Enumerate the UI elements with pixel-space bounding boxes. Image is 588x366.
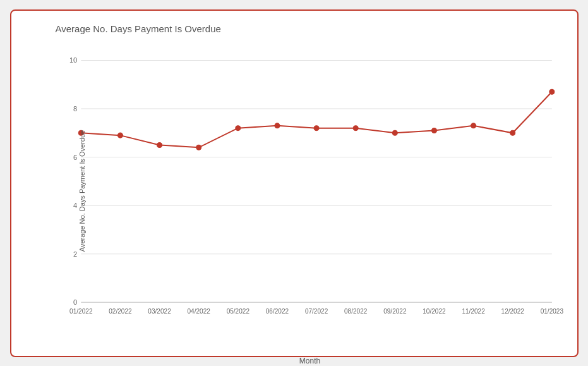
x-axis-label: Month (299, 357, 320, 365)
chart-container: Average No. Days Payment Is Overdue Aver… (10, 9, 579, 357)
svg-point-32 (314, 125, 319, 130)
svg-point-33 (353, 125, 358, 130)
svg-text:03/2022: 03/2022 (148, 308, 171, 315)
svg-point-30 (235, 125, 240, 130)
svg-point-29 (196, 145, 201, 150)
svg-point-36 (471, 123, 476, 128)
svg-point-37 (510, 130, 515, 135)
svg-text:4: 4 (73, 202, 77, 209)
chart-title: Average No. Days Payment Is Overdue (56, 23, 565, 34)
chart-svg: 024681001/202202/202203/202204/202205/20… (56, 40, 565, 341)
svg-text:01/2023: 01/2023 (540, 308, 563, 315)
svg-point-38 (549, 89, 554, 94)
svg-text:2: 2 (73, 250, 77, 257)
svg-point-34 (392, 130, 397, 135)
svg-text:10: 10 (69, 56, 76, 64)
svg-text:02/2022: 02/2022 (109, 308, 132, 315)
svg-text:11/2022: 11/2022 (462, 308, 485, 315)
svg-text:05/2022: 05/2022 (226, 308, 249, 315)
svg-text:12/2022: 12/2022 (501, 308, 524, 315)
svg-point-35 (431, 128, 436, 133)
svg-text:06/2022: 06/2022 (265, 308, 289, 315)
svg-text:6: 6 (73, 153, 77, 161)
svg-text:10/2022: 10/2022 (423, 308, 446, 315)
svg-point-28 (157, 142, 162, 147)
svg-text:07/2022: 07/2022 (304, 308, 328, 315)
svg-text:01/2022: 01/2022 (69, 308, 93, 315)
svg-text:08/2022: 08/2022 (344, 308, 368, 315)
y-axis-label: Average No. Days Payment Is Overdue (78, 128, 86, 254)
svg-text:04/2022: 04/2022 (187, 308, 210, 315)
svg-point-27 (117, 133, 123, 138)
svg-text:0: 0 (73, 298, 77, 306)
svg-text:8: 8 (73, 105, 77, 113)
chart-area: Average No. Days Payment Is Overdue Mont… (56, 40, 565, 341)
svg-text:09/2022: 09/2022 (383, 308, 407, 315)
svg-point-31 (274, 123, 279, 128)
